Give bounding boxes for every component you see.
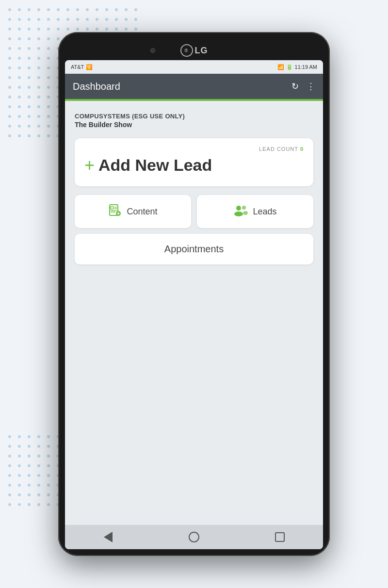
svg-point-11: [242, 206, 246, 210]
wifi-icon: 🛜: [86, 64, 93, 70]
back-triangle-icon: [104, 532, 113, 542]
tablet-logo: ® LG: [180, 44, 208, 57]
main-content: COMPUSYSTEMS (ESG USE ONLY) The Builder …: [65, 101, 323, 525]
home-nav-button[interactable]: [187, 530, 201, 544]
lg-text: LG: [195, 46, 208, 56]
svg-rect-1: [111, 207, 113, 209]
recents-nav-button[interactable]: [273, 530, 287, 544]
svg-point-12: [243, 211, 248, 215]
lg-circle-icon: ®: [180, 44, 193, 57]
tablet-top-bar: ® LG: [65, 41, 323, 60]
content-button[interactable]: Content: [75, 195, 191, 228]
leads-icon: [233, 204, 248, 219]
content-icon: [108, 204, 122, 219]
appointments-button[interactable]: Appointments: [75, 234, 313, 264]
signal-icon: 📶: [277, 64, 284, 70]
app-header: Dashboard ↻ ⋮: [65, 74, 323, 99]
recents-square-icon: [275, 532, 285, 542]
add-plus-icon: +: [84, 157, 95, 174]
status-bar: AT&T 🛜 📶 🔋 11:19 AM: [65, 60, 323, 74]
add-new-lead-button[interactable]: + Add New Lead: [84, 156, 304, 175]
status-right: 📶 🔋 11:19 AM: [277, 64, 317, 70]
add-lead-text: Add New Lead: [98, 156, 212, 175]
leads-button[interactable]: Leads: [197, 195, 313, 228]
carrier-text: AT&T: [71, 64, 84, 70]
svg-point-9: [236, 206, 241, 211]
refresh-icon[interactable]: ↻: [291, 81, 299, 92]
header-icons: ↻ ⋮: [291, 81, 315, 92]
lead-count-label: LEAD COUNT 0: [84, 146, 304, 152]
tablet-shell: ® LG AT&T 🛜 📶 🔋 11:19 AM Dashboard ↻ ⋮: [58, 32, 330, 556]
action-buttons-row: Content Leads: [75, 195, 313, 228]
lead-count-value: 0: [300, 146, 304, 152]
header-title: Dashboard: [73, 81, 120, 92]
appointments-label: Appointments: [164, 244, 224, 255]
tablet-screen: AT&T 🛜 📶 🔋 11:19 AM Dashboard ↻ ⋮ COMPUS…: [65, 60, 323, 549]
time-text: 11:19 AM: [295, 64, 317, 70]
company-name: COMPUSYSTEMS (ESG USE ONLY): [75, 113, 313, 120]
add-lead-card: LEAD COUNT 0 + Add New Lead: [75, 138, 313, 186]
show-name: The Builder Show: [75, 121, 313, 129]
status-left: AT&T 🛜: [71, 64, 93, 70]
battery-icon: 🔋: [286, 64, 293, 70]
menu-icon[interactable]: ⋮: [307, 81, 315, 92]
back-nav-button[interactable]: [101, 530, 115, 544]
svg-point-10: [234, 212, 243, 216]
tablet-camera: [150, 48, 155, 53]
home-circle-icon: [189, 532, 199, 542]
leads-label: Leads: [253, 207, 276, 217]
bottom-nav: [65, 525, 323, 549]
content-label: Content: [127, 207, 157, 217]
